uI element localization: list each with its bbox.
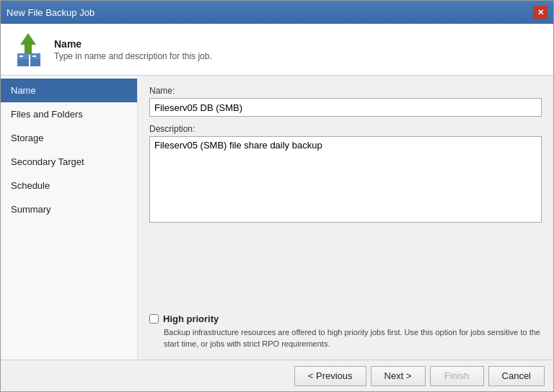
description-group: Description: <box>149 124 542 225</box>
sidebar-item-name[interactable]: Name <box>1 79 137 102</box>
checkbox-row: High priority <box>149 313 542 324</box>
sidebar: Name Files and Folders Storage Secondary… <box>1 76 138 360</box>
description-textarea[interactable] <box>149 136 542 223</box>
header-section: Name Type in name and description for th… <box>1 24 553 76</box>
dialog-title: New File Backup Job <box>6 7 94 18</box>
sidebar-item-files-and-folders[interactable]: Files and Folders <box>1 102 137 126</box>
sidebar-item-schedule[interactable]: Schedule <box>1 174 137 197</box>
content: Name: Description: High priority Backup … <box>138 76 553 360</box>
header-title: Name <box>54 38 212 50</box>
dialog: New File Backup Job ✕ Name Type in name … <box>0 0 554 392</box>
sidebar-item-summary[interactable]: Summary <box>1 197 137 221</box>
header-text: Name Type in name and description for th… <box>54 38 212 61</box>
svg-rect-3 <box>19 55 23 57</box>
svg-marker-0 <box>20 33 36 55</box>
close-button[interactable]: ✕ <box>533 6 548 19</box>
previous-button[interactable]: < Previous <box>294 366 366 386</box>
next-button[interactable]: Next > <box>371 366 426 386</box>
high-priority-label[interactable]: High priority <box>163 313 219 324</box>
high-priority-description: Backup infrastructure resources are offe… <box>164 327 542 349</box>
header-icon <box>11 32 45 67</box>
finish-button[interactable]: Finish <box>430 366 484 386</box>
name-input[interactable] <box>149 98 542 117</box>
cancel-button[interactable]: Cancel <box>488 366 545 386</box>
high-priority-group: High priority Backup infrastructure reso… <box>149 306 542 349</box>
high-priority-checkbox[interactable] <box>149 314 159 324</box>
svg-rect-6 <box>32 55 36 57</box>
sidebar-item-storage[interactable]: Storage <box>1 126 137 150</box>
name-label: Name: <box>149 86 542 96</box>
title-bar: New File Backup Job ✕ <box>1 1 553 24</box>
header-subtitle: Type in name and description for this jo… <box>54 51 212 61</box>
footer: < Previous Next > Finish Cancel <box>1 360 553 391</box>
name-group: Name: <box>149 86 542 117</box>
description-label: Description: <box>149 124 542 134</box>
body: Name Files and Folders Storage Secondary… <box>1 76 553 360</box>
sidebar-item-secondary-target[interactable]: Secondary Target <box>1 150 137 174</box>
backup-icon <box>13 33 43 66</box>
